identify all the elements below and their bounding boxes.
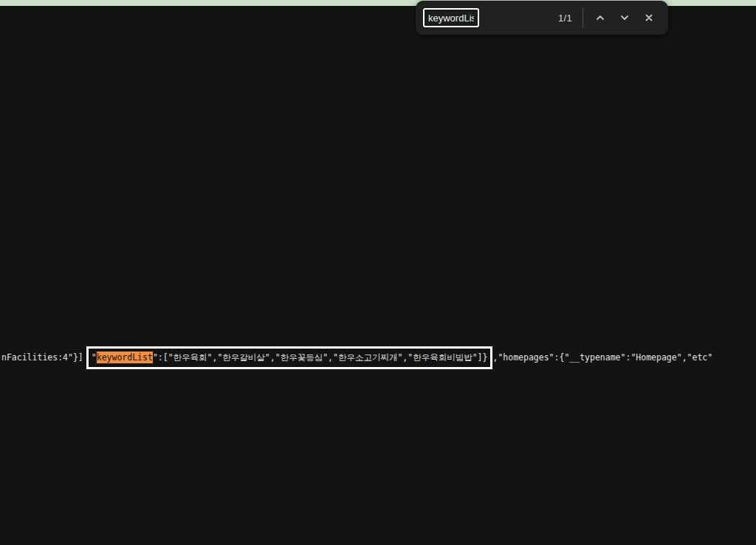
chevron-down-icon <box>619 13 630 23</box>
find-input[interactable] <box>423 8 479 27</box>
close-find-bar-button[interactable] <box>636 5 661 30</box>
next-match-button[interactable] <box>612 5 636 30</box>
match-count: 1/1 <box>558 13 572 24</box>
search-match-highlight: keywordList <box>97 352 153 363</box>
find-in-page-bar: 1/1 <box>416 1 668 35</box>
annotation-highlight-box: "keywordList":["한우육회","한우갈비살","한우꽃등심","한… <box>86 346 493 369</box>
previous-match-button[interactable] <box>588 5 612 30</box>
json-text-before-box: nFacilities:4"}] <box>0 352 83 363</box>
json-keyword-list-values: ":["한우육회","한우갈비살","한우꽃등심","한우소고기찌개","한우육… <box>153 352 488 363</box>
json-text-line: nFacilities:4"}] "keywordList":["한우육회","… <box>0 343 756 372</box>
json-open-quote: " <box>92 352 97 363</box>
chevron-up-icon <box>595 13 605 23</box>
findbar-divider <box>583 7 583 28</box>
close-icon <box>644 13 654 23</box>
browser-page: 1/1 nFacilities:4"}] "keywordList":["한우육… <box>0 0 756 545</box>
json-text-after-box: ,"homepages":{"__typename":"Homepage","e… <box>492 352 712 363</box>
